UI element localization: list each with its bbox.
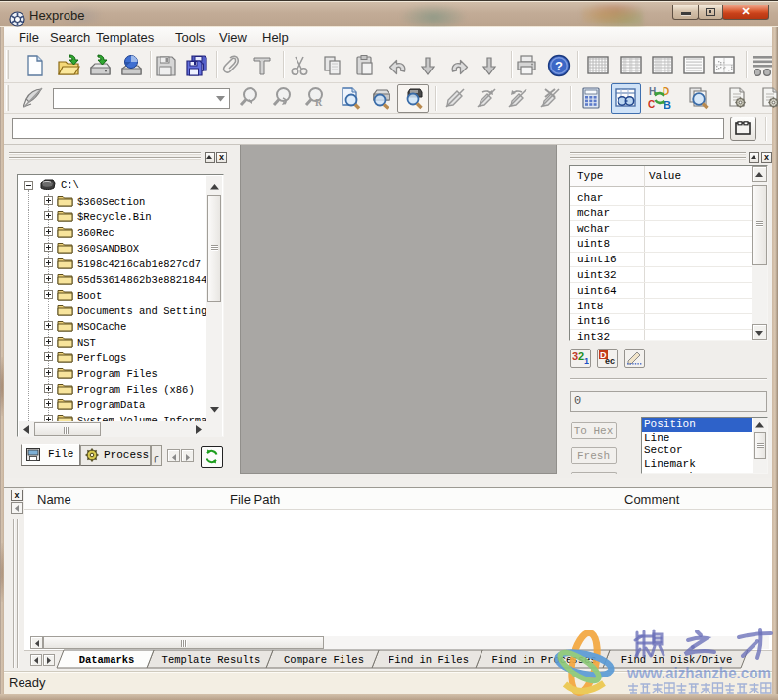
svg-text:B: B xyxy=(664,99,671,110)
svg-text:R: R xyxy=(315,97,323,108)
svg-text:1: 1 xyxy=(584,356,589,365)
svg-text:?: ? xyxy=(555,59,563,73)
svg-text:ec: ec xyxy=(605,356,615,365)
svg-text:C: C xyxy=(648,99,655,110)
